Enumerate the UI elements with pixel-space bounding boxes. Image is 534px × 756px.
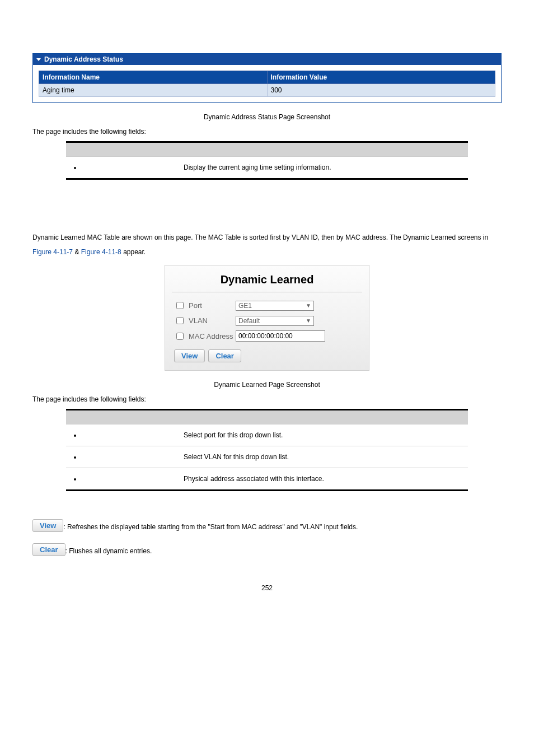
mac-label: MAC Address xyxy=(189,332,233,340)
vlan-checkbox[interactable] xyxy=(176,317,184,324)
status-row-value: 300 xyxy=(267,84,495,97)
table-row: Aging time 300 xyxy=(39,84,495,97)
figure-link-4-11-8[interactable]: Figure 4-11-8 xyxy=(81,248,121,256)
divider xyxy=(172,292,362,292)
list-item xyxy=(82,453,172,461)
dynamic-address-status-panel: Dynamic Address Status Information Name … xyxy=(32,53,502,103)
clear-button-desc: : Flushes all dynamic entries. xyxy=(65,547,152,556)
fields-intro-2: The page includes the following fields: xyxy=(32,395,502,403)
mac-address-input[interactable] xyxy=(236,330,325,342)
chevron-down-icon: ▼ xyxy=(306,318,311,324)
vlan-value: Default xyxy=(238,317,260,325)
port-checkbox[interactable] xyxy=(176,302,184,309)
dynamic-learned-title: Dynamic Learned xyxy=(165,265,369,292)
view-button-desc: : Refreshes the displayed table starting… xyxy=(63,523,358,532)
fields-table-1: Display the current aging time setting i… xyxy=(66,141,468,180)
status-table: Information Name Information Value Aging… xyxy=(39,71,495,97)
field-desc: Physical address associated with this in… xyxy=(178,468,468,491)
clear-button[interactable]: Clear xyxy=(208,349,241,362)
mac-row: MAC Address xyxy=(165,328,369,344)
table-row xyxy=(66,410,468,424)
chevron-down-icon xyxy=(36,58,41,61)
figure-link-4-11-7[interactable]: Figure 4-11-7 xyxy=(32,248,73,256)
port-select[interactable]: GE1 ▼ xyxy=(236,301,314,311)
table-row: Display the current aging time setting i… xyxy=(66,157,468,179)
text-segment: & xyxy=(74,248,81,256)
table-row: Physical address associated with this in… xyxy=(66,468,468,491)
field-desc: Display the current aging time setting i… xyxy=(178,157,468,179)
status-panel-header[interactable]: Dynamic Address Status xyxy=(33,54,501,65)
fields-table-2: Select port for this drop down list. Sel… xyxy=(66,409,468,491)
fields-intro-1: The page includes the following fields: xyxy=(32,128,502,136)
chevron-down-icon: ▼ xyxy=(306,302,311,309)
text-segment: appear. xyxy=(123,248,146,256)
status-col-value: Information Value xyxy=(267,71,495,84)
field-desc: Select port for this drop down list. xyxy=(178,424,468,446)
dynamic-learned-paragraph: Dynamic Learned MAC Table are shown on t… xyxy=(32,230,502,259)
port-label: Port xyxy=(189,301,202,310)
list-item xyxy=(82,431,172,439)
list-item xyxy=(82,475,172,483)
vlan-label: VLAN xyxy=(189,316,208,325)
list-item xyxy=(82,164,172,171)
field-desc: Select VLAN for this drop down list. xyxy=(178,446,468,468)
view-button[interactable]: View xyxy=(174,349,205,362)
text-segment: Dynamic Learned MAC Table are shown on t… xyxy=(32,234,488,241)
port-row: Port GE1 ▼ xyxy=(165,298,369,313)
mac-checkbox[interactable] xyxy=(176,333,184,340)
table-row: Select port for this drop down list. xyxy=(66,424,468,446)
table-row xyxy=(66,142,468,157)
status-row-name: Aging time xyxy=(39,84,268,97)
vlan-select[interactable]: Default ▼ xyxy=(236,316,314,326)
status-col-name: Information Name xyxy=(39,71,268,84)
table-row: Select VLAN for this drop down list. xyxy=(66,446,468,468)
figure-caption-2: Dynamic Learned Page Screenshot xyxy=(32,381,502,389)
page-number: 252 xyxy=(32,584,502,592)
clear-button[interactable]: Clear xyxy=(32,543,65,556)
view-button[interactable]: View xyxy=(32,519,63,532)
status-panel-title: Dynamic Address Status xyxy=(44,55,123,63)
dynamic-learned-panel: Dynamic Learned Port GE1 ▼ VLAN Default … xyxy=(165,265,369,371)
port-value: GE1 xyxy=(238,302,252,310)
figure-caption-1: Dynamic Address Status Page Screenshot xyxy=(32,113,502,121)
vlan-row: VLAN Default ▼ xyxy=(165,313,369,328)
